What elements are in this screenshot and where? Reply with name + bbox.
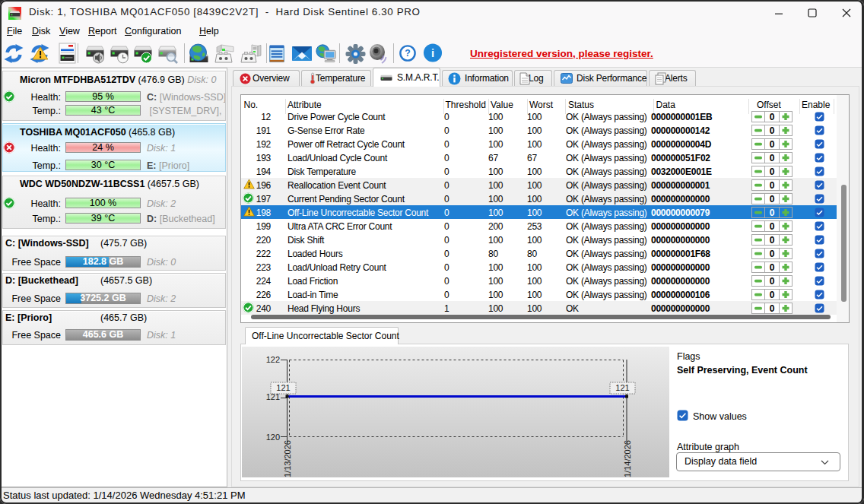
svg-text:1/14/2026: 1/14/2026 (623, 440, 632, 477)
svg-text:1/13/2026: 1/13/2026 (283, 440, 292, 477)
svg-text:0: 0 (770, 111, 775, 122)
svg-text:0: 0 (770, 166, 775, 176)
svg-text:0: 0 (770, 248, 775, 258)
svg-text:122: 122 (266, 355, 280, 364)
svg-text:0: 0 (770, 303, 775, 313)
svg-text:i: i (431, 47, 434, 59)
svg-text:0: 0 (770, 152, 775, 163)
svg-text:120: 120 (266, 433, 280, 442)
svg-text:0: 0 (770, 220, 775, 231)
svg-text:?: ? (405, 48, 410, 59)
svg-text:0: 0 (770, 179, 775, 190)
svg-text:0: 0 (770, 234, 775, 245)
svg-text:0: 0 (770, 289, 775, 300)
svg-text:0: 0 (770, 262, 775, 272)
svg-text:121: 121 (615, 383, 629, 392)
svg-text:0: 0 (770, 207, 775, 217)
svg-text:121: 121 (276, 383, 290, 392)
svg-text:0: 0 (770, 138, 775, 149)
svg-text:0: 0 (770, 193, 775, 204)
svg-text:0: 0 (770, 125, 775, 135)
svg-text:0: 0 (770, 275, 775, 286)
